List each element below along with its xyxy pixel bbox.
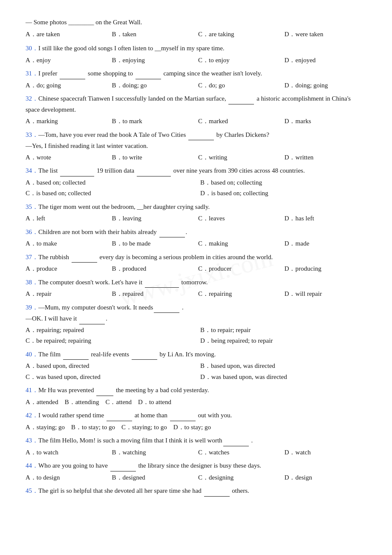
opt-D: D．has left bbox=[285, 213, 367, 224]
q41-text: 41．Mr Hu was prevented the meeting by a … bbox=[26, 385, 366, 396]
opt-C: C．be repaired; repairing bbox=[26, 335, 192, 347]
opt-D: D．enjoyed bbox=[285, 55, 367, 66]
opt-C: C．making bbox=[198, 238, 280, 249]
option-C: C．are taking bbox=[198, 29, 280, 40]
opt-A: A．produce bbox=[26, 263, 108, 275]
q43-text: 43．The film Hello, Mom! is such a moving… bbox=[26, 435, 366, 446]
opt-D: D．producing bbox=[285, 263, 367, 275]
opt-A: A．based upon, directed bbox=[26, 361, 192, 372]
opt-A: A．repair bbox=[26, 289, 108, 300]
q30-text: 30．I still like the good old songs I oft… bbox=[26, 43, 366, 54]
question-37: 37．The rubbish every day is becoming a s… bbox=[26, 252, 366, 275]
q39-dialog1: 39．—Mum, my computer doesn't work. It ne… bbox=[26, 302, 366, 313]
option-A: A．are taken bbox=[26, 29, 108, 40]
opt-D: D．made bbox=[285, 238, 367, 249]
question-45: 45．The girl is so helpful that she devot… bbox=[26, 486, 366, 497]
opt-C: C．do; go bbox=[198, 80, 280, 91]
q33-options: A．wrote B．to write C．writing D．written bbox=[26, 152, 366, 163]
q42-options: A．staying; go B．to stay; to go C．staying… bbox=[26, 422, 366, 433]
q41-options: A．attended B．attending C．attend D．to att… bbox=[26, 397, 366, 408]
question-35: 35．The tiger mom went out the bedroom, _… bbox=[26, 202, 366, 224]
opt-A: A．repairing; repaired bbox=[26, 325, 192, 336]
question-30: 30．I still like the good old songs I oft… bbox=[26, 43, 366, 66]
q31-text: 31．I prefer some shopping to camping sin… bbox=[26, 68, 366, 79]
question-43: 43．The film Hello, Mom! is such a moving… bbox=[26, 435, 366, 458]
q44-text: 44．Who are you going to have the library… bbox=[26, 460, 366, 471]
q37-options: A．produce B．produced C．producer D．produc… bbox=[26, 263, 366, 275]
q42-text: 42．I would rather spend time at home tha… bbox=[26, 410, 366, 421]
q35-options: A．left B．leaving C．leaves D．has left bbox=[26, 213, 366, 224]
q39-dialog2: —OK. I will have it . bbox=[26, 313, 366, 324]
q39-options: A．repairing; repaired B．to repair; repai… bbox=[26, 325, 366, 347]
opt-B: B．to mark bbox=[112, 116, 194, 127]
opt-D: D．will repair bbox=[285, 289, 367, 300]
opt-B: B．doing; go bbox=[112, 80, 194, 91]
q38-options: A．repair B．repaired C．repairing D．will r… bbox=[26, 289, 366, 300]
opt-D: D．is based on; collecting bbox=[200, 188, 366, 199]
q43-options: A．to watch B．watching C．watches D．watch bbox=[26, 447, 366, 458]
opt-C: C．writing bbox=[198, 152, 280, 163]
q45-text: 45．The girl is so helpful that she devot… bbox=[26, 486, 366, 497]
opt-B: B．based on; collecting bbox=[200, 177, 366, 188]
q36-options: A．to make B．to be made C．making D．made bbox=[26, 238, 366, 249]
opt-A: A．left bbox=[26, 213, 108, 224]
opt-B: B．to repair; repair bbox=[200, 325, 366, 336]
q40-options: A．based upon, directed B．based upon, was… bbox=[26, 361, 366, 382]
question-44: 44．Who are you going to have the library… bbox=[26, 460, 366, 483]
opt-C: C．to enjoy bbox=[198, 55, 280, 66]
opt-C: C．marked bbox=[198, 116, 280, 127]
intro-text: — Some photos ________ on the Great Wall… bbox=[26, 17, 366, 28]
opt-C: C．leaves bbox=[198, 213, 280, 224]
question-40: 40．The film real-life events by Li An. I… bbox=[26, 349, 366, 383]
q33-dialog1: 33．—Tom, have you ever read the book A T… bbox=[26, 130, 366, 141]
opt-D: D．watch bbox=[285, 447, 367, 458]
question-38: 38．The computer doesn't work. Let's have… bbox=[26, 277, 366, 300]
intro-question: — Some photos ________ on the Great Wall… bbox=[26, 17, 366, 40]
q35-text: 35．The tiger mom went out the bedroom, _… bbox=[26, 202, 366, 213]
q33-dialog2: —Yes, I finished reading it last winter … bbox=[26, 141, 366, 152]
q36-text: 36．Children are not born with their habi… bbox=[26, 227, 366, 238]
q40-text: 40．The film real-life events by Li An. I… bbox=[26, 349, 366, 360]
opt-C: C．watches bbox=[198, 447, 280, 458]
opt-A: A．enjoy bbox=[26, 55, 108, 66]
opt-D: D．written bbox=[285, 152, 367, 163]
opt-D: D．doing; going bbox=[285, 80, 367, 91]
opt-B: B．enjoying bbox=[112, 55, 194, 66]
opt-A: A．to make bbox=[26, 238, 108, 249]
q34-text: 34．The list 19 trillion data over nine y… bbox=[26, 165, 366, 176]
question-32: 32．Chinese spacecraft Tianwen I successf… bbox=[26, 93, 366, 127]
opt-A: A．wrote bbox=[26, 152, 108, 163]
opt-B: B．repaired bbox=[112, 289, 194, 300]
q32-text: 32．Chinese spacecraft Tianwen I successf… bbox=[26, 93, 366, 115]
opt-B: B．leaving bbox=[112, 213, 194, 224]
option-D: D．were taken bbox=[285, 29, 367, 40]
opt-B: B．to write bbox=[112, 152, 194, 163]
opt-D: D．design bbox=[285, 472, 367, 483]
q38-text: 38．The computer doesn't work. Let's have… bbox=[26, 277, 366, 288]
opt-D: D．was based upon, was directed bbox=[200, 372, 366, 383]
question-33: 33．—Tom, have you ever read the book A T… bbox=[26, 130, 366, 163]
question-42: 42．I would rather spend time at home tha… bbox=[26, 410, 366, 433]
opt-C: C．repairing bbox=[198, 289, 280, 300]
question-34: 34．The list 19 trillion data over nine y… bbox=[26, 165, 366, 199]
opt-C: C．is based on; collected bbox=[26, 188, 192, 199]
opt-C: C．was based upon, directed bbox=[26, 372, 192, 383]
intro-options: A．are taken B．taken C．are taking D．were … bbox=[26, 29, 366, 40]
q34-options: A．based on; collected B．based on; collec… bbox=[26, 177, 366, 199]
opt-B: B．based upon, was directed bbox=[200, 361, 366, 372]
q32-options: A．marking B．to mark C．marked D．marks bbox=[26, 116, 366, 127]
q31-options: A．do; going B．doing; go C．do; go D．doing… bbox=[26, 80, 366, 91]
opt-C: C．producer bbox=[198, 263, 280, 275]
question-36: 36．Children are not born with their habi… bbox=[26, 227, 366, 249]
opt-B: B．watching bbox=[112, 447, 194, 458]
opt-D: D．marks bbox=[285, 116, 367, 127]
opt-A: A．do; going bbox=[26, 80, 108, 91]
opt-B: B．produced bbox=[112, 263, 194, 275]
q30-options: A．enjoy B．enjoying C．to enjoy D．enjoyed bbox=[26, 55, 366, 66]
option-B: B．taken bbox=[112, 29, 194, 40]
opt-C: C．designing bbox=[198, 472, 280, 483]
question-31: 31．I prefer some shopping to camping sin… bbox=[26, 68, 366, 91]
opt-A: A．marking bbox=[26, 116, 108, 127]
opt-B: B．designed bbox=[112, 472, 194, 483]
question-41: 41．Mr Hu was prevented the meeting by a … bbox=[26, 385, 366, 408]
